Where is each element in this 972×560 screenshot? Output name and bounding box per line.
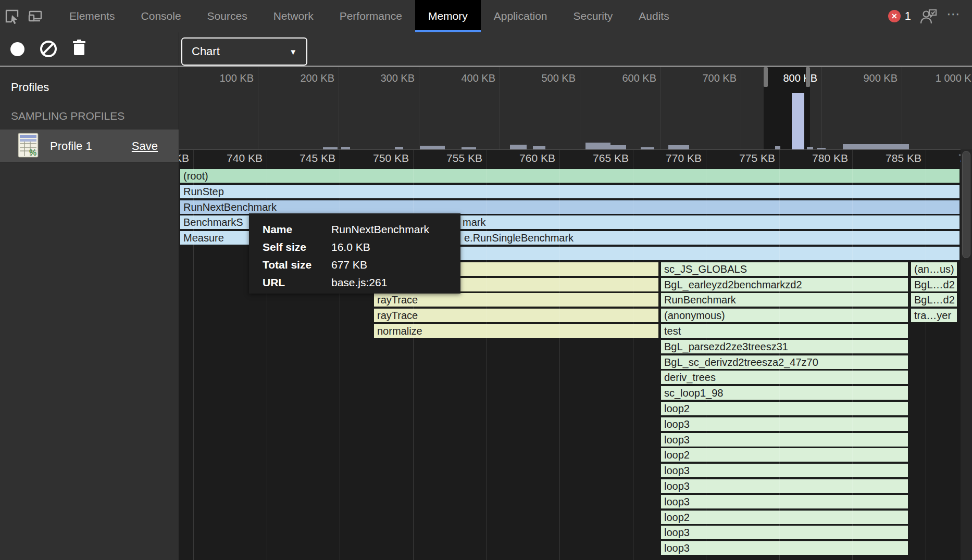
overview-gridline (741, 67, 741, 149)
flame-bar-label-tail: mark (463, 215, 485, 229)
flame-bar[interactable]: loop3 (661, 417, 908, 431)
flame-bar[interactable]: loop3 (661, 541, 908, 555)
overview-tick-label: 300 KB (347, 72, 415, 84)
selection-handle-right[interactable] (806, 67, 810, 87)
flame-bar[interactable]: loop3 (661, 463, 908, 478)
ruler-tick-label: 770 KB (634, 152, 702, 164)
flame-bar[interactable]: loop3 (661, 494, 908, 509)
flame-bar[interactable]: rayTrace (373, 292, 659, 307)
device-toolbar-icon[interactable] (24, 0, 48, 32)
tooltip-row: Total size677 KB (263, 256, 460, 274)
more-options-icon[interactable]: ⋯ (946, 6, 962, 27)
chart-ruler[interactable]: 735 KB740 KB745 KB750 KB755 KB760 KB765 … (179, 149, 972, 168)
tab-network[interactable]: Network (260, 0, 327, 32)
overview-tick-label: 700 KB (669, 72, 737, 84)
flame-bar[interactable]: rayTrace (373, 308, 659, 323)
tooltip-field-value: 677 KB (331, 259, 367, 271)
tab-memory[interactable]: Memory (415, 0, 481, 32)
flame-bar-label: BgL_sc_derivzd2treesza2_47z70 (664, 357, 818, 368)
overview-gridline (339, 67, 339, 149)
flame-bar[interactable]: RunBenchmark (661, 292, 908, 307)
record-button[interactable] (10, 42, 24, 56)
flame-bar[interactable]: deriv_trees (661, 370, 908, 385)
vertical-scrollbar[interactable] (961, 149, 972, 560)
overview-gridline (661, 67, 661, 149)
flame-bar[interactable]: RunStep (180, 184, 960, 199)
flame-bar[interactable]: BgL_earleyzd2benchmarkzd2 (661, 277, 908, 292)
overview-tick-label: 900 KB (830, 72, 898, 84)
tab-console[interactable]: Console (128, 0, 194, 32)
svg-text:%: % (29, 148, 36, 157)
tooltip-field-label: Name (263, 223, 331, 236)
clear-profiles-button[interactable] (40, 41, 57, 57)
flame-bar-label: (anonymous) (664, 310, 725, 321)
flame-bar-label: BenchmarkS (183, 217, 243, 228)
overview-gridline (500, 67, 500, 149)
delete-icon[interactable] (72, 40, 86, 58)
flame-bar-label: BgL…d2 (914, 294, 955, 306)
flame-bar-label: BgL_earleyzd2benchmarkzd2 (664, 279, 802, 290)
flame-bar-label: loop2 (664, 449, 690, 461)
flame-bar[interactable]: loop2 (661, 448, 908, 462)
histogram-bar (610, 145, 626, 149)
inspect-element-icon[interactable] (0, 0, 24, 32)
devtools-tabbar: ElementsConsoleSourcesNetworkPerformance… (0, 0, 972, 33)
flame-bar[interactable]: tra…yer (911, 308, 957, 323)
flame-bar[interactable]: loop2 (661, 401, 908, 416)
view-mode-select[interactable]: Chart ▼ (181, 37, 307, 66)
feedback-person-icon[interactable] (918, 8, 939, 24)
tab-security[interactable]: Security (560, 0, 626, 32)
flame-bar[interactable]: normalize (373, 324, 659, 338)
flame-bar-label: RunBenchmark (664, 294, 736, 306)
selection-handle-left[interactable] (764, 67, 768, 87)
ruler-tick-label: 760 KB (488, 152, 555, 164)
flame-bar[interactable]: BgL…d2 (911, 277, 957, 292)
tab-sources[interactable]: Sources (194, 0, 260, 32)
flame-row: (root) (179, 169, 972, 183)
ruler-tick-label: 765 KB (561, 152, 629, 164)
flame-bar[interactable]: BgL_sc_derivzd2treesza2_47z70 (661, 355, 908, 370)
ruler-gridline (779, 150, 780, 168)
flame-bar[interactable]: BgL_parsezd2ze3treesz31 (661, 339, 908, 354)
flame-bar[interactable] (373, 246, 960, 261)
flame-bar[interactable]: sc_loop1_98 (661, 386, 908, 400)
flame-bar[interactable]: (root) (180, 169, 960, 183)
console-error-badge[interactable]: ✕ 1 (888, 9, 911, 23)
flame-bar-label: RunStep (183, 186, 224, 197)
flame-row: rayTraceRunBenchmarkBgL…d2 (179, 292, 972, 307)
flame-bar-label: Measure (183, 232, 224, 244)
overview-gridline (258, 67, 258, 149)
tab-elements[interactable]: Elements (56, 0, 128, 32)
overview-gridline (902, 67, 902, 149)
flame-bar-label: loop3 (664, 527, 690, 538)
flame-bar[interactable]: loop3 (661, 432, 908, 447)
histogram-bar (585, 143, 610, 149)
ruler-gridline (413, 150, 414, 168)
flame-row: loop3 (179, 479, 972, 493)
flame-bar[interactable]: test (661, 324, 908, 338)
flame-bar[interactable]: (an…us) (911, 262, 957, 276)
tab-performance[interactable]: Performance (327, 0, 415, 32)
tab-audits[interactable]: Audits (626, 0, 682, 32)
flame-bar[interactable]: loop2 (661, 510, 908, 525)
flame-bar[interactable]: RunNextBenchmark (180, 200, 960, 214)
flame-bar[interactable]: loop3 (661, 525, 908, 540)
flame-bar[interactable]: BgL…d2 (911, 292, 957, 307)
flame-bar-label: loop3 (664, 496, 690, 507)
scrollbar-thumb[interactable] (962, 151, 970, 258)
flame-row: loop2 (179, 448, 972, 462)
profile-list-item[interactable]: % Profile 1 Save (0, 130, 179, 163)
tab-application[interactable]: Application (481, 0, 560, 32)
tooltip-field-label: Self size (263, 241, 331, 253)
flame-bar[interactable]: loop3 (661, 479, 908, 493)
flame-row: loop2 (179, 510, 972, 525)
flame-bar-label: test (664, 325, 681, 337)
allocation-overview-strip[interactable]: 100 KB200 KB300 KB400 KB500 KB600 KB700 … (179, 67, 972, 149)
flame-bar[interactable]: (anonymous) (661, 308, 908, 323)
flame-bar-label: BgL…d2 (914, 279, 955, 290)
flame-row: rayTrace(anonymous)tra…yer (179, 308, 972, 323)
overview-tick-label: 200 KB (267, 72, 334, 84)
profile-save-link[interactable]: Save (132, 139, 158, 153)
flame-bar[interactable]: sc_JS_GLOBALS (661, 262, 908, 276)
overview-gridline (580, 67, 580, 149)
